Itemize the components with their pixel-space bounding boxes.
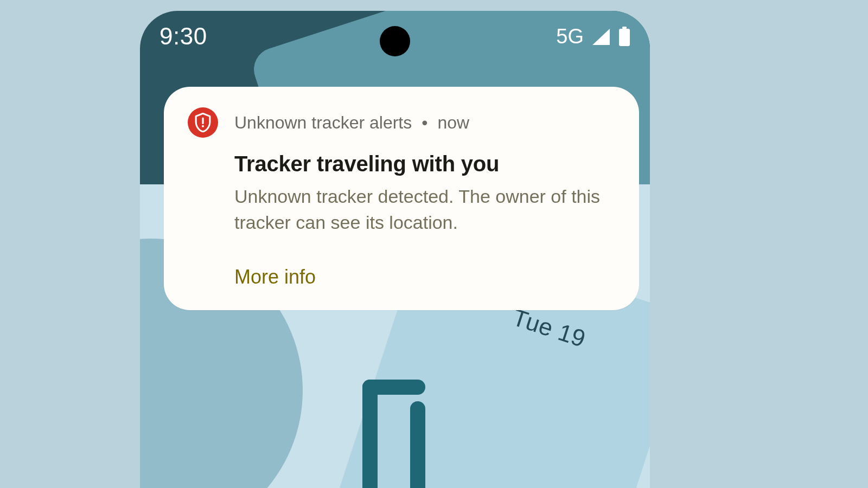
screenshot-canvas: Tue 19 9:30 5G bbox=[0, 0, 868, 488]
svg-point-3 bbox=[202, 125, 204, 127]
notification-header: Unknown tracker alerts • now bbox=[188, 107, 615, 138]
notification-title: Tracker traveling with you bbox=[234, 152, 615, 176]
battery-icon bbox=[618, 27, 630, 46]
notification-timestamp: now bbox=[437, 113, 469, 133]
notification-card[interactable]: Unknown tracker alerts • now Tracker tra… bbox=[164, 87, 639, 310]
wallpaper-luggage-handle bbox=[362, 380, 425, 395]
svg-rect-0 bbox=[622, 27, 627, 29]
shield-alert-icon bbox=[188, 107, 218, 138]
network-type-label: 5G bbox=[556, 25, 584, 48]
status-right-group: 5G bbox=[556, 25, 630, 48]
cellular-signal-icon bbox=[591, 28, 611, 45]
wallpaper-luggage-handle bbox=[362, 380, 378, 488]
notification-text: Unknown tracker detected. The owner of t… bbox=[234, 184, 614, 235]
notification-app-line: Unknown tracker alerts • now bbox=[234, 113, 469, 133]
more-info-button[interactable]: More info bbox=[234, 266, 316, 288]
notification-separator: • bbox=[422, 113, 427, 133]
phone-frame: Tue 19 9:30 5G bbox=[140, 11, 650, 488]
camera-punch-hole bbox=[380, 26, 410, 56]
notification-body: Tracker traveling with you Unknown track… bbox=[188, 138, 615, 288]
svg-rect-1 bbox=[619, 29, 630, 46]
wallpaper-luggage-handle bbox=[410, 401, 425, 488]
notification-app-name: Unknown tracker alerts bbox=[234, 113, 412, 133]
status-time: 9:30 bbox=[159, 23, 207, 50]
